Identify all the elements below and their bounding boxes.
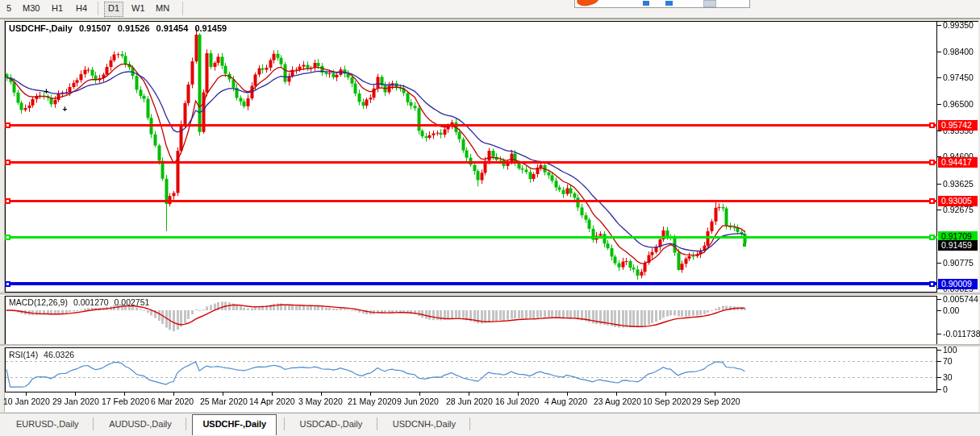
time-tick-label: 10 Jan 2020 <box>3 397 50 406</box>
tab-separator <box>284 417 285 430</box>
time-tick-label: 29 Sep 2020 <box>692 397 740 406</box>
quote-high: 0.91526 <box>118 23 150 33</box>
chart-symbol-label: USDCHF-,Daily <box>9 23 73 33</box>
price-level-badge: 0.95742 <box>938 120 978 131</box>
horizontal-level-line-0.94417[interactable] <box>5 161 937 164</box>
price-tick-label: 0.90775 <box>943 258 974 268</box>
chart-tab-usdcnh[interactable]: USDCNH-,Daily <box>383 415 465 434</box>
tab-separator <box>469 417 470 430</box>
price-tick-label: 0.96500 <box>943 99 974 109</box>
time-tick-label: 21 May 2020 <box>348 397 397 406</box>
line-handle-right[interactable] <box>929 160 935 165</box>
trading-terminal-window: 5M30H1H4D1W1MN USDCHF-,Daily 0.91507 0.9… <box>0 0 980 436</box>
price-tick-label: 0.97450 <box>943 73 974 82</box>
price-tick-label: 0.93625 <box>943 179 974 189</box>
quote-low: 0.91454 <box>156 23 189 33</box>
plus-marker[interactable]: + <box>63 106 68 112</box>
chart-title: USDCHF-,Daily 0.91507 0.91526 0.91454 0.… <box>9 23 231 33</box>
chart-tab-usdcad[interactable]: USDCAD-,Daily <box>290 415 373 434</box>
time-tick-label: 25 Mar 2020 <box>200 397 248 406</box>
rsi-label: RSI(14) 46.0326 <box>9 350 77 359</box>
quote-close: 0.91459 <box>194 23 227 33</box>
price-tick-label: 0.92675 <box>943 205 974 214</box>
chart-tab-bar: EURUSD-,DailyAUDUSD-,DailyUSDCHF-,DailyU… <box>0 413 980 436</box>
chart-tab-eurusd[interactable]: EURUSD-,Daily <box>6 415 89 434</box>
time-tick-label: 28 Jun 2020 <box>446 397 493 406</box>
horizontal-level-line-0.95742[interactable] <box>5 124 937 127</box>
chart-tab-audusd[interactable]: AUDUSD-,Daily <box>99 415 181 434</box>
rsi-tick-label: 70 <box>943 356 953 366</box>
rsi-tick-label: 100 <box>943 345 957 355</box>
line-handle-left[interactable] <box>5 160 10 165</box>
line-handle-left[interactable] <box>5 281 10 287</box>
price-level-badge: 0.90009 <box>938 279 978 289</box>
time-tick-label: 14 Apr 2020 <box>249 397 295 406</box>
horizontal-level-line-0.93005[interactable] <box>5 200 937 202</box>
macd-tick-label: -0.011738 <box>943 329 980 338</box>
time-tick-label: 29 Jan 2020 <box>52 397 99 406</box>
plus-marker[interactable]: + <box>44 89 49 94</box>
price-tick-label: 0.98400 <box>943 47 974 56</box>
line-handle-right[interactable] <box>929 235 935 240</box>
tab-separator <box>186 417 186 430</box>
time-tick-label: 6 Mar 2020 <box>151 397 194 406</box>
price-level-badge: 0.93005 <box>938 196 978 206</box>
tab-separator <box>377 417 377 430</box>
macd-tick-label: 0.005744 <box>943 294 978 304</box>
chart-tab-usdchf[interactable]: USDCHF-,Daily <box>192 414 277 435</box>
line-handle-left[interactable] <box>5 235 10 240</box>
macd-label: MACD(12,26,9) 0.001270 0.002751 <box>9 297 152 307</box>
macd-tick-label: 0.00 <box>943 305 959 315</box>
line-handle-right[interactable] <box>929 198 935 204</box>
line-handle-right[interactable] <box>929 281 935 287</box>
quote-open: 0.91507 <box>79 23 111 33</box>
macd-main-value: 0.001270 <box>73 297 109 307</box>
tab-separator <box>93 417 94 430</box>
price-level-badge: 0.94417 <box>938 157 978 168</box>
rsi-tick-label: 30 <box>943 372 953 382</box>
macd-signal-value: 0.002751 <box>115 297 150 307</box>
horizontal-level-line-0.91709[interactable] <box>5 236 937 239</box>
time-tick-label: 17 Feb 2020 <box>102 397 149 406</box>
time-tick-label: 3 May 2020 <box>298 397 343 406</box>
current-price-badge: 0.91459 <box>938 240 978 251</box>
time-tick-label: 16 Jul 2020 <box>495 397 539 406</box>
time-tick-label: 4 Aug 2020 <box>544 397 587 406</box>
line-handle-left[interactable] <box>5 122 10 128</box>
line-handle-left[interactable] <box>5 198 10 204</box>
line-handle-right[interactable] <box>929 122 935 128</box>
time-tick-label: 9 Jun 2020 <box>397 397 439 406</box>
time-tick-label: 10 Sep 2020 <box>643 397 691 406</box>
time-tick-label: 23 Aug 2020 <box>594 397 641 406</box>
horizontal-level-line-0.90009[interactable] <box>5 282 937 285</box>
rsi-name: RSI(14) <box>9 350 38 359</box>
rsi-tick-label: 0 <box>943 384 948 394</box>
candlestick-plot[interactable] <box>0 0 980 436</box>
arrow-dot-marker[interactable] <box>743 243 746 247</box>
price-tick-label: 0.99350 <box>943 20 974 30</box>
rsi-current-value: 46.0326 <box>44 350 74 359</box>
macd-name: MACD(12,26,9) <box>9 297 68 307</box>
